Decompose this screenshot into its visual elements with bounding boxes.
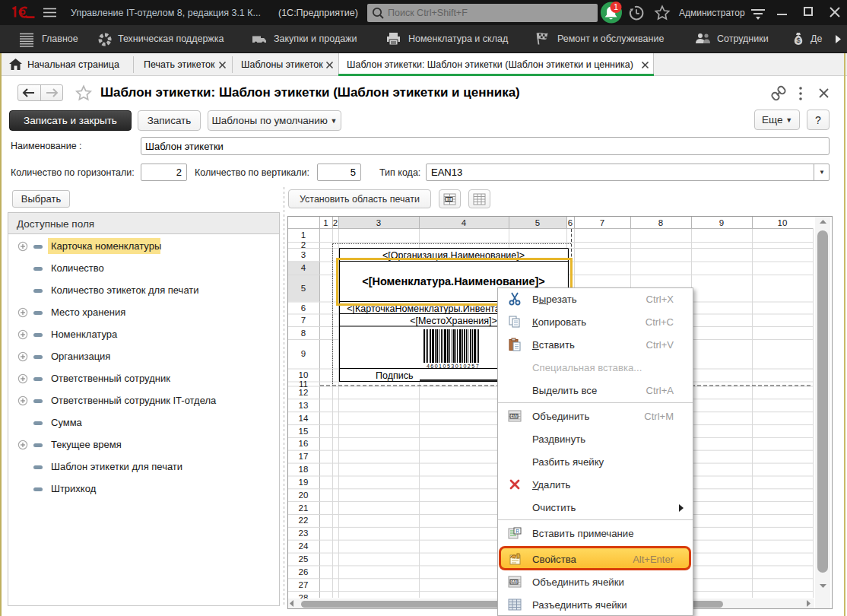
svg-text:8: 8: [658, 218, 663, 227]
svg-text:2: 2: [301, 240, 306, 249]
svg-text:12: 12: [299, 388, 309, 397]
svg-text:1: 1: [614, 2, 618, 11]
svg-text:4601053010257: 4601053010257: [427, 364, 480, 369]
svg-text:<[Номенклатура.Наименование]>: <[Номенклатура.Наименование]>: [362, 275, 545, 287]
svg-text:3: 3: [376, 218, 381, 227]
svg-text:M: M: [447, 196, 451, 201]
svg-text:1: 1: [323, 218, 328, 227]
svg-text:4M: 4M: [511, 414, 517, 418]
svg-text:23: 23: [299, 529, 309, 538]
svg-text:2: 2: [333, 218, 338, 227]
svg-text:19: 19: [299, 478, 309, 487]
svg-text:20: 20: [299, 491, 309, 500]
svg-text:6: 6: [301, 303, 306, 313]
svg-text:22: 22: [299, 516, 309, 525]
svg-text:13: 13: [299, 401, 309, 410]
svg-text:26: 26: [299, 567, 309, 576]
svg-text:Подпись: Подпись: [376, 370, 413, 381]
svg-text:5: 5: [535, 218, 540, 227]
svg-text:4: 4: [462, 218, 467, 227]
svg-text:15: 15: [299, 427, 309, 436]
svg-text:8: 8: [301, 329, 306, 338]
svg-text:10: 10: [778, 218, 788, 227]
svg-text:25: 25: [299, 554, 309, 564]
svg-text:17: 17: [299, 452, 309, 461]
svg-text:11: 11: [299, 379, 308, 389]
svg-text:<[МестоХранения]>: <[МестоХранения]>: [410, 316, 497, 326]
svg-text:1: 1: [301, 230, 306, 240]
svg-text:9: 9: [719, 218, 724, 227]
svg-text:6: 6: [568, 218, 573, 227]
svg-text:3: 3: [301, 250, 306, 259]
svg-text:$: $: [796, 37, 800, 44]
svg-text:7: 7: [301, 316, 306, 325]
svg-text:16: 16: [299, 439, 309, 448]
svg-text:21: 21: [299, 503, 309, 513]
svg-text:9: 9: [301, 349, 306, 358]
svg-text:4: 4: [301, 263, 306, 272]
svg-text:18: 18: [299, 465, 309, 474]
svg-text:14: 14: [299, 414, 309, 423]
svg-text:24: 24: [299, 541, 309, 551]
svg-text:27: 27: [299, 580, 309, 589]
svg-text:R: R: [515, 528, 519, 533]
svg-text:4AI: 4AI: [511, 579, 518, 584]
svg-text:5: 5: [301, 284, 306, 293]
svg-text:10: 10: [299, 370, 309, 379]
svg-text:7: 7: [600, 218, 604, 227]
